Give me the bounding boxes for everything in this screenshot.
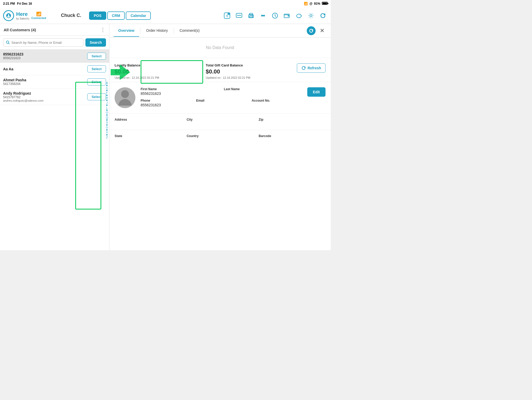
country-field: Country [187, 134, 254, 138]
customer-item[interactable]: Andy Rodriguez 5415797762 andres.rodrigu… [0, 89, 109, 105]
barcode-field: Barcode [259, 134, 326, 138]
customer-item[interactable]: 8556231623 8556231623 Select [0, 50, 109, 63]
at-icon: @ [309, 2, 312, 5]
printer-icon[interactable] [246, 11, 256, 20]
svg-point-17 [310, 15, 312, 17]
first-name-field: First Name 8556231623 [141, 87, 219, 96]
customer-email: andres.rodriguez@salesvu.com [3, 99, 87, 102]
gift-card-updated: Updated on : 12.16.2022 02:21 PM [206, 76, 297, 79]
svg-point-11 [252, 15, 253, 16]
search-input[interactable] [11, 41, 80, 45]
customer-info: Aa Aa [3, 67, 87, 71]
address-label: Address [115, 118, 181, 121]
gear-icon[interactable] [306, 11, 316, 20]
sidebar-header: All Customers (4) ⋮ [0, 24, 109, 36]
edit-button[interactable]: Edit [307, 87, 326, 97]
customer-phone: 5415797762 [3, 95, 87, 99]
alpha-a[interactable]: A [106, 81, 108, 84]
main-layout: All Customers (4) ⋮ Search 8556231623 85… [0, 24, 331, 250]
tab-comments[interactable]: Comment(s) [175, 25, 204, 37]
panel-actions: ✕ [307, 26, 327, 35]
zip-field: Zip [259, 118, 326, 122]
logo-area: Here by SalesVu 📶 Connected [3, 10, 55, 21]
svg-point-7 [240, 15, 241, 16]
nav-tabs: POS CRM Calendar [89, 11, 151, 20]
logo-here: Here [16, 11, 29, 17]
customer-name: 8556231623 [3, 52, 87, 56]
alpha-x[interactable]: X [106, 131, 108, 134]
customer-item[interactable]: Ahmet Pasha 5417358204 Select [0, 75, 109, 89]
date-display: Fri Dec 16 [17, 2, 32, 5]
logo-text: Here by SalesVu [16, 11, 29, 20]
phone-value: 8556231623 [141, 103, 191, 107]
battery-percent: 91% [314, 2, 320, 5]
arrows-icon[interactable] [258, 11, 268, 20]
customer-item[interactable]: Aa Aa Select [0, 63, 109, 75]
scb-section: State Country Barcode [109, 130, 331, 143]
customer-phone: 8556231623 [3, 56, 87, 60]
customer-info: Andy Rodriguez 5415797762 andres.rodrigu… [3, 91, 87, 102]
panel-tabs: Overview Order History Comment(s) ✕ [109, 24, 331, 38]
account-no-label: Account No. [252, 99, 302, 102]
svg-rect-10 [249, 16, 253, 17]
tab-overview[interactable]: Overview [114, 25, 139, 37]
select-button-2[interactable]: Select [87, 65, 106, 72]
gift-card-amount: $0.00 [206, 68, 297, 75]
scb-row: State Country Barcode [115, 134, 326, 138]
chat-icon[interactable] [234, 11, 244, 20]
logo-circle [3, 10, 14, 21]
alpha-o[interactable]: O [106, 111, 108, 114]
customer-info: 8556231623 8556231623 [3, 52, 87, 60]
panel-close-button[interactable]: ✕ [318, 26, 327, 35]
avatar-body [118, 99, 132, 106]
customer-list: 8556231623 8556231623 Select Aa Aa Selec… [0, 50, 109, 250]
select-button-1[interactable]: Select [87, 53, 106, 60]
select-button-4[interactable]: Select [87, 93, 106, 100]
barcode-label: Barcode [259, 134, 326, 138]
city-field: City [187, 118, 254, 122]
search-button[interactable]: Search [85, 38, 106, 47]
sidebar: All Customers (4) ⋮ Search 8556231623 85… [0, 24, 109, 250]
tab-order-history[interactable]: Order History [141, 25, 172, 37]
wifi-icon: 📶 [304, 2, 308, 5]
tab-pos[interactable]: POS [89, 11, 106, 20]
tab-crm[interactable]: CRM [107, 11, 125, 20]
t-plus-icon[interactable]: t + [222, 11, 232, 20]
wallet-icon[interactable] [282, 11, 292, 20]
customer-info: Ahmet Pasha 5417358204 [3, 78, 87, 86]
alpha-q[interactable]: Q [106, 116, 108, 119]
alpha-l[interactable]: L [106, 106, 108, 109]
first-name-label: First Name [141, 87, 219, 91]
refresh-label: Refresh [308, 66, 321, 70]
avatar-head [121, 90, 129, 98]
alpha-dot [106, 85, 108, 86]
alpha-f[interactable]: F [106, 91, 108, 94]
alpha-u[interactable]: U [106, 126, 108, 129]
svg-text:+: + [228, 13, 230, 15]
alpha-h[interactable]: H [106, 96, 108, 99]
customer-name: Ahmet Pasha [3, 78, 87, 82]
toolbar: Here by SalesVu 📶 Connected Chuck C. POS… [0, 7, 331, 24]
tab-calendar[interactable]: Calendar [126, 11, 151, 20]
toolbar-icons: t + [222, 11, 328, 20]
panel-refresh-button[interactable] [307, 26, 316, 35]
alpha-s[interactable]: S [106, 121, 108, 124]
refresh-icon[interactable] [318, 11, 328, 20]
piggy-icon[interactable] [294, 11, 304, 20]
alpha-c[interactable]: C [106, 86, 108, 89]
alpha-dot [106, 109, 108, 111]
avatar [115, 87, 135, 108]
tab-divider-1 [140, 28, 140, 34]
customer-name: Andy Rodriguez [3, 91, 87, 95]
wifi-connected: 📶 Connected [31, 11, 46, 20]
alpha-z[interactable]: Z [106, 136, 108, 139]
more-options-icon[interactable]: ⋮ [100, 27, 105, 33]
gift-card-label: Total Gift Card Balance [206, 63, 297, 67]
select-button-3[interactable]: Select [87, 78, 106, 85]
profile-section: First Name 8556231623 Last Name Phone 85… [109, 82, 331, 114]
alpha-j[interactable]: J [106, 101, 108, 104]
refresh-button[interactable]: Refresh [297, 63, 326, 73]
gift-card-balance: Total Gift Card Balance $0.00 Updated on… [206, 63, 297, 79]
phone-label: Phone [141, 99, 191, 102]
clock-icon[interactable] [270, 11, 280, 20]
